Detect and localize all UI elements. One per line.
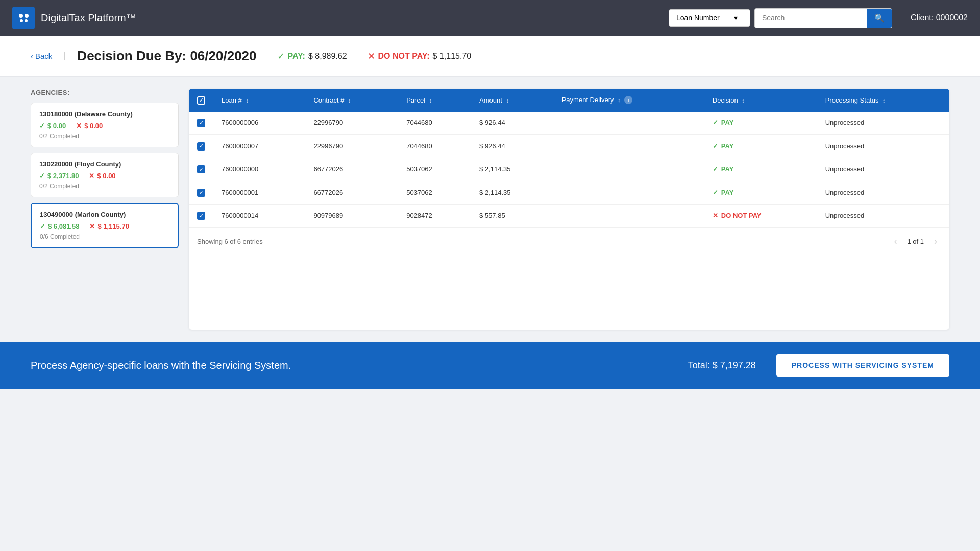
app-title: DigitalTax Platform™	[41, 12, 136, 24]
parcel-cell: 7044680	[398, 135, 471, 158]
payment-delivery-header: Payment Delivery ↕ i	[554, 89, 704, 112]
payment-delivery-cell	[554, 135, 704, 158]
loan-num-cell: 7600000001	[213, 181, 305, 205]
search-area: Loan Number ▾ 🔍	[669, 8, 892, 28]
dnp-block: ✕ DO NOT PAY: $ 1,115.70	[368, 51, 472, 62]
banner-right: Total: $ 7,197.28 PROCESS WITH SERVICING…	[688, 354, 949, 377]
processing-status-cell: Unprocessed	[817, 204, 949, 228]
agency-amounts: ✓ $ 2,371.80 ✕ $ 0.00	[39, 172, 170, 180]
agencies-title: AGENCIES:	[31, 89, 179, 96]
processing-status-header: Processing Status ↕	[817, 89, 949, 112]
pay-decision-label: PAY	[721, 119, 734, 127]
agency-card[interactable]: 130220000 (Floyd County) ✓ $ 2,371.80 ✕ …	[31, 153, 179, 197]
agency-dnp-x-icon: ✕	[89, 172, 94, 180]
row-checkbox[interactable]: ✓	[197, 119, 205, 127]
processing-status-cell: Unprocessed	[817, 135, 949, 158]
row-checkbox[interactable]: ✓	[197, 189, 205, 197]
delivery-info-icon[interactable]: i	[624, 96, 632, 104]
row-checkbox-cell[interactable]: ✓	[189, 204, 213, 228]
row-checkbox[interactable]: ✓	[197, 142, 205, 151]
processing-status-cell: Unprocessed	[817, 112, 949, 135]
table-body: ✓ 7600000006 22996790 7044680 $ 926.44 ✓…	[189, 112, 949, 228]
agency-pay: ✓ $ 2,371.80	[39, 172, 79, 180]
pay-decision: ✓PAY	[713, 165, 809, 173]
agency-dnp: ✕ $ 0.00	[76, 122, 103, 130]
dnp-label: DO NOT PAY:	[378, 52, 430, 61]
pay-amount: $ 8,989.62	[308, 52, 347, 61]
total-label: Total: $ 7,197.28	[688, 360, 756, 371]
back-label: Back	[35, 52, 52, 60]
decision-cell: ✓PAY	[704, 112, 817, 135]
loan-num-cell: 7600000014	[213, 204, 305, 228]
pay-check-icon: ✓	[277, 51, 285, 62]
pay-decision-label: PAY	[721, 165, 734, 173]
pay-decision: ✓PAY	[713, 119, 809, 127]
select-all-checkbox[interactable]: ✓	[197, 96, 205, 105]
process-servicing-button[interactable]: PROCESS WITH SERVICING SYSTEM	[776, 354, 949, 377]
agency-pay: ✓ $ 6,081.58	[40, 222, 79, 230]
loan-sort-icon: ↕	[246, 97, 249, 104]
decision-cell: ✓PAY	[704, 135, 817, 158]
row-checkbox-cell[interactable]: ✓	[189, 135, 213, 158]
dropdown-label: Loan Number	[676, 14, 720, 22]
agency-pay-amount: $ 2,371.80	[47, 172, 79, 180]
header: DigitalTax Platform™ Loan Number ▾ 🔍 Cli…	[0, 0, 980, 36]
loan-number-dropdown[interactable]: Loan Number ▾	[669, 9, 750, 27]
amount-cell: $ 926.44	[471, 135, 554, 158]
loan-num-header: Loan # ↕	[213, 89, 305, 112]
prev-page-button[interactable]: ‹	[890, 235, 901, 248]
amount-cell: $ 926.44	[471, 112, 554, 135]
agency-pay-check-icon: ✓	[40, 222, 45, 230]
decision-header: Decision ↕	[704, 89, 817, 112]
back-link[interactable]: ‹ Back	[31, 52, 65, 60]
parcel-header: Parcel ↕	[398, 89, 471, 112]
row-checkbox[interactable]: ✓	[197, 212, 205, 220]
agency-completed: 0/6 Completed	[40, 233, 169, 240]
agency-card[interactable]: 130490000 (Marion County) ✓ $ 6,081.58 ✕…	[31, 203, 179, 248]
loan-num-cell: 7600000007	[213, 135, 305, 158]
header-checkbox-col[interactable]: ✓	[189, 89, 213, 112]
showing-text: Showing 6 of 6 entries	[197, 238, 263, 245]
parcel-cell: 7044680	[398, 112, 471, 135]
back-arrow-icon: ‹	[31, 52, 33, 60]
payment-delivery-cell	[554, 158, 704, 181]
agency-dnp: ✕ $ 1,115.70	[89, 222, 129, 230]
pay-decision-label: PAY	[721, 142, 734, 150]
dnp-decision: ✕DO NOT PAY	[713, 212, 809, 219]
row-checkbox-cell[interactable]: ✓	[189, 112, 213, 135]
dnp-amount: $ 1,115.70	[433, 52, 472, 61]
agency-dnp-amount: $ 1,115.70	[97, 222, 129, 230]
agency-pay-amount: $ 0.00	[47, 122, 66, 130]
search-input[interactable]	[755, 10, 867, 26]
row-checkbox-cell[interactable]: ✓	[189, 181, 213, 205]
processing-status-cell: Unprocessed	[817, 158, 949, 181]
table-row: ✓ 7600000000 66772026 5037062 $ 2,114.35…	[189, 158, 949, 181]
parcel-cell: 9028472	[398, 204, 471, 228]
parcel-cell: 5037062	[398, 158, 471, 181]
pay-decision-label: PAY	[721, 189, 734, 196]
agency-dnp: ✕ $ 0.00	[89, 172, 115, 180]
delivery-sort-icon: ↕	[618, 97, 621, 103]
table-row: ✓ 7600000006 22996790 7044680 $ 926.44 ✓…	[189, 112, 949, 135]
table-header-row: ✓ Loan # ↕ Contract # ↕ Parcel ↕ Amount …	[189, 89, 949, 112]
processing-status-cell: Unprocessed	[817, 181, 949, 205]
bottom-banner: Process Agency-specific loans with the S…	[0, 342, 980, 389]
decision-cell: ✓PAY	[704, 181, 817, 205]
agency-name: 130180000 (Delaware County)	[39, 110, 170, 118]
next-page-button[interactable]: ›	[930, 235, 941, 248]
pay-decision: ✓PAY	[713, 189, 809, 196]
client-label: Client: 0000002	[911, 13, 968, 22]
contract-num-cell: 22996790	[305, 135, 398, 158]
amount-cell: $ 557.85	[471, 204, 554, 228]
content-wrapper: ‹ Back Decision Due By: 06/20/2020 ✓ PAY…	[0, 36, 980, 389]
logo-area: DigitalTax Platform™	[12, 7, 136, 29]
row-checkbox-cell[interactable]: ✓	[189, 158, 213, 181]
contract-sort-icon: ↕	[348, 97, 351, 104]
agency-card[interactable]: 130180000 (Delaware County) ✓ $ 0.00 ✕ $…	[31, 103, 179, 147]
row-checkbox[interactable]: ✓	[197, 165, 205, 173]
dnp-x-icon: ✕	[368, 51, 375, 62]
agency-pay-check-icon: ✓	[39, 172, 45, 180]
search-button[interactable]: 🔍	[867, 9, 892, 28]
amount-cell: $ 2,114.35	[471, 158, 554, 181]
contract-num-cell: 66772026	[305, 158, 398, 181]
